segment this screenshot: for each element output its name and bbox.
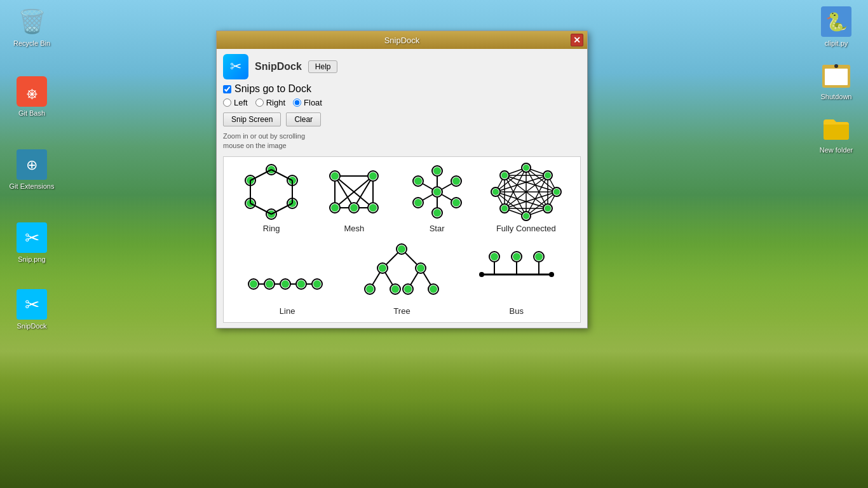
star-diagram: Star (409, 163, 466, 233)
svg-line-25 (271, 170, 292, 180)
clipit-icon: 🐍 (821, 6, 851, 37)
snips-to-dock-label: Snips go to Dock (234, 83, 311, 95)
tree-diagram: Tree (360, 240, 443, 316)
bus-label: Bus (510, 306, 524, 316)
svg-point-105 (545, 205, 551, 212)
radio-left-input[interactable] (223, 98, 231, 107)
svg-point-43 (369, 172, 377, 180)
window-close-button[interactable]: ✕ (571, 34, 583, 46)
svg-point-140 (391, 285, 399, 293)
recycle-bin-icon: 🗑️ (17, 6, 47, 37)
mesh-label: Mesh (344, 224, 364, 233)
action-buttons-row: Snip Screen Clear (223, 112, 581, 126)
new-folder-label: New folder (820, 146, 853, 154)
ring-diagram: Ring (243, 163, 300, 233)
desktop-icon-recycle-bin[interactable]: 🗑️ Recycle Bin (6, 6, 57, 47)
snip-screen-button[interactable]: Snip Screen (223, 112, 281, 126)
help-button[interactable]: Help (308, 60, 338, 73)
snip-png-label: Snip.png (18, 255, 45, 263)
fully-connected-diagram: Fully Connected (491, 163, 561, 233)
svg-point-103 (553, 189, 560, 195)
radio-float-option[interactable]: Float (293, 98, 322, 107)
svg-text:⎈: ⎈ (27, 83, 37, 103)
mesh-diagram: Mesh (325, 163, 383, 233)
snips-to-dock-row: Snips go to Dock (223, 83, 581, 95)
network-row-1: Ring (230, 163, 574, 233)
desktop-icon-new-folder[interactable]: New folder (811, 113, 862, 154)
svg-line-27 (271, 203, 292, 214)
app-name-label: SnipDock (255, 61, 302, 72)
svg-point-134 (379, 264, 386, 272)
radio-right-input[interactable] (255, 98, 264, 107)
line-diagram: Line (246, 265, 329, 316)
radio-float-input[interactable] (293, 98, 301, 107)
ring-label: Ring (263, 224, 280, 233)
svg-point-124 (313, 280, 321, 288)
svg-point-138 (366, 285, 374, 293)
radio-right-option[interactable]: Right (255, 98, 285, 107)
svg-point-113 (501, 172, 508, 179)
svg-point-101 (545, 172, 551, 179)
svg-point-156 (549, 272, 554, 277)
svg-point-120 (281, 280, 289, 288)
bus-diagram: Bus (475, 240, 558, 316)
radio-float-label: Float (304, 98, 322, 107)
new-folder-icon (821, 113, 851, 144)
svg-point-45 (350, 204, 358, 212)
svg-point-59 (433, 167, 441, 175)
snipdock-window: SnipDock ✕ ✂ SnipDock Help Snips go to D… (216, 30, 588, 329)
shutdown-label: Shutdown (821, 93, 852, 100)
git-bash-label: Git Bash (18, 109, 45, 117)
snip-png-icon: ✂ (17, 222, 47, 253)
right-icons-container: 🐍 clipit.py Shutdown New folder (811, 6, 862, 154)
radio-left-label: Left (234, 98, 248, 107)
svg-point-61 (452, 177, 460, 185)
window-content: ✂ SnipDock Help Snips go to Dock Left Ri… (217, 49, 587, 328)
svg-point-155 (479, 272, 484, 277)
svg-point-111 (492, 189, 499, 195)
snipdock-label: SnipDock (17, 322, 46, 330)
svg-point-152 (513, 253, 520, 261)
svg-point-47 (369, 204, 377, 212)
desktop-icon-snipdock[interactable]: ✂ SnipDock (6, 289, 57, 330)
snips-to-dock-checkbox[interactable] (223, 85, 231, 93)
position-radio-row: Left Right Float (223, 98, 581, 107)
network-diagrams-area: Ring (223, 156, 581, 323)
svg-point-49 (331, 204, 339, 212)
desktop-icon-shutdown[interactable]: Shutdown (811, 60, 862, 100)
svg-text:🐍: 🐍 (825, 11, 848, 32)
desktop-icon-git-extensions[interactable]: ⊕ Git Extensions (6, 149, 57, 190)
svg-point-132 (398, 245, 405, 253)
radio-left-option[interactable]: Left (223, 98, 248, 107)
shutdown-icon (821, 60, 851, 90)
window-titlebar[interactable]: SnipDock ✕ (217, 31, 587, 49)
svg-point-41 (331, 172, 339, 180)
git-extensions-label: Git Extensions (10, 182, 55, 190)
svg-point-57 (433, 188, 441, 196)
clipit-label: clipit.py (825, 39, 848, 47)
svg-point-142 (404, 285, 412, 293)
clear-button[interactable]: Clear (286, 112, 321, 126)
svg-point-122 (297, 280, 305, 288)
desktop-icon-clipit[interactable]: 🐍 clipit.py (811, 6, 862, 47)
svg-text:⊕: ⊕ (26, 157, 37, 173)
window-title: SnipDock (233, 36, 571, 45)
app-icon: ✂ (223, 54, 248, 79)
svg-point-136 (417, 264, 424, 272)
network-row-2: Line (230, 240, 574, 316)
svg-point-12 (834, 64, 838, 68)
svg-line-28 (250, 203, 271, 214)
svg-point-109 (501, 205, 508, 212)
svg-point-69 (414, 177, 422, 185)
desktop-icon-snip-png[interactable]: ✂ Snip.png (6, 222, 57, 263)
svg-text:✂: ✂ (25, 295, 39, 315)
git-bash-icon: ⎈ (17, 76, 47, 107)
desktop-icon-git-bash[interactable]: ⎈ Git Bash (6, 76, 57, 117)
svg-point-144 (430, 285, 437, 293)
svg-point-99 (523, 165, 529, 171)
svg-text:✂: ✂ (25, 228, 39, 248)
svg-rect-11 (825, 69, 848, 85)
svg-point-116 (250, 280, 257, 288)
svg-line-30 (250, 170, 271, 180)
git-extensions-icon: ⊕ (17, 149, 47, 180)
